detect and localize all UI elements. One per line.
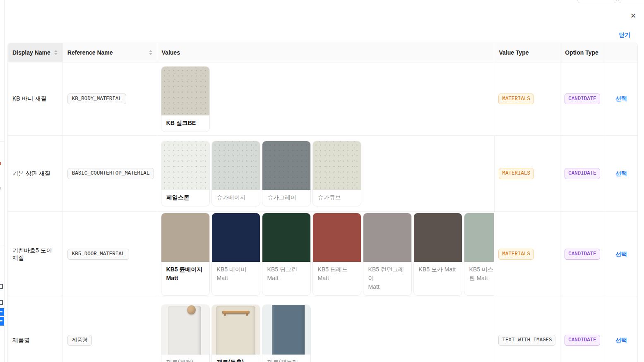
column-label: Option Type [565, 49, 598, 56]
table-row: 기본 상판 재질 BASIC_COUNTERTOP_MATERIAL 페일스톤 … [8, 136, 637, 212]
actions-cell: 선택 [605, 297, 637, 362]
value-type-cell: MATERIALS [495, 136, 561, 212]
select-link[interactable]: 선택 [615, 337, 627, 344]
display-name-cell: KB 바디 재질 [8, 62, 63, 136]
sort-icon[interactable] [54, 50, 58, 55]
material-image [161, 67, 209, 115]
material-label: KB5 딥그린 Matt [262, 262, 310, 287]
option-type-cell: CANDIDATE [560, 136, 605, 212]
column-label: Display Name [12, 49, 50, 56]
bar-handle-icon [222, 311, 250, 314]
value-type-cell: MATERIALS [494, 212, 560, 297]
material-label: KB5 모카 Matt [414, 262, 462, 278]
material-label: 슈가그레이 [262, 190, 310, 206]
material-image [414, 213, 462, 262]
material-swatch[interactable]: KB 실크BE [161, 66, 210, 132]
values-cell: 페일스톤 슈가베이지 슈가그레이 슈가큐브 [157, 136, 495, 212]
partial-toolbar-button[interactable] [618, 0, 644, 3]
option-type-badge: CANDIDATE [565, 168, 600, 179]
material-image [464, 213, 495, 262]
material-image [161, 213, 209, 262]
background-red-mark [0, 162, 1, 165]
value-type-badge: TEXT_WITH_IMAGES [498, 335, 555, 346]
column-header-value-type: Value Type [494, 43, 560, 62]
material-swatch[interactable]: 슈가그레이 [262, 141, 311, 206]
option-type-badge: CANDIDATE [565, 335, 600, 346]
background-row-line [0, 141, 4, 141]
background-blue-button-edge [0, 308, 4, 316]
column-header-values: Values [157, 43, 495, 62]
material-label: KB5 딥레드 Matt [313, 262, 361, 287]
material-swatch[interactable]: KB5 네이비 Matt [211, 213, 260, 296]
product-option-label: 제로(원형) [161, 355, 209, 362]
material-swatch[interactable]: KB5 딥레드 Matt [312, 213, 361, 296]
product-option-card[interactable]: 제로(돌출) [211, 304, 260, 362]
table-row: 제품명 제품명 제로(원형) 제로(돌출) [8, 297, 637, 362]
column-header-reference-name[interactable]: Reference Name [63, 43, 157, 62]
partial-toolbar-button[interactable] [577, 0, 617, 3]
material-image [313, 213, 361, 262]
reference-name-tag: KB5_DOOR_MATERIAL [67, 249, 130, 260]
select-link[interactable]: 선택 [615, 251, 627, 258]
door-bar-handle-image [212, 305, 260, 355]
display-name-cell: 키친바흐5 도어 재질 [8, 212, 63, 297]
column-header-display-name[interactable]: Display Name [8, 43, 63, 62]
material-image [262, 141, 310, 190]
material-image [212, 141, 260, 190]
column-label: Value Type [499, 49, 529, 56]
option-type-cell: CANDIDATE [560, 297, 605, 362]
close-icon[interactable]: ✕ [627, 10, 639, 22]
background-row-line [0, 245, 4, 245]
select-link[interactable]: 선택 [615, 170, 627, 177]
material-label: KB5 네이비 Matt [212, 262, 260, 287]
options-table: Display Name Reference Name Values Value… [7, 43, 638, 362]
material-swatch[interactable]: KB5 모카 Matt [413, 213, 462, 296]
background-tag-edge [0, 284, 3, 289]
values-cell: KB 실크BE [157, 62, 495, 136]
reference-name-tag: BASIC_COUNTERTOP_MATERIAL [67, 168, 154, 179]
value-type-cell: MATERIALS [494, 62, 560, 136]
material-image [161, 141, 209, 190]
background-tag-edge [0, 300, 3, 305]
material-swatch[interactable]: 슈가큐브 [312, 141, 361, 206]
material-swatch[interactable]: KB5 딥그린 Matt [262, 213, 311, 296]
column-header-actions [605, 43, 637, 62]
door-handleless-image [262, 305, 310, 355]
material-swatch[interactable]: KB5 미스 린 Matt [464, 213, 495, 296]
reference-name-cell: BASIC_COUNTERTOP_MATERIAL [63, 136, 157, 212]
product-option-label: 제로(핸들리스) [262, 355, 310, 362]
background-gray-mark [0, 187, 1, 189]
select-link[interactable]: 선택 [615, 95, 627, 103]
actions-cell: 선택 [605, 62, 637, 136]
material-label: 슈가베이지 [212, 190, 260, 206]
values-cell: 제로(원형) 제로(돌출) 제로(핸들리스) [157, 297, 495, 362]
material-swatch[interactable]: KB5 런던그레이 Matt [363, 213, 412, 296]
material-swatch[interactable]: 슈가베이지 [211, 141, 260, 206]
column-header-option-type: Option Type [560, 43, 605, 62]
value-type-badge: MATERIALS [498, 249, 534, 260]
reference-name-cell: KB_BODY_MATERIAL [63, 62, 157, 136]
display-name-cell: 제품명 [8, 297, 63, 362]
material-label: KB5 미스 린 Matt [464, 262, 495, 287]
product-option-card[interactable]: 제로(원형) [161, 304, 210, 362]
material-swatch[interactable]: 페일스톤 [161, 141, 210, 206]
option-type-cell: CANDIDATE [560, 212, 605, 297]
actions-cell: 선택 [605, 212, 637, 297]
material-image [262, 213, 310, 262]
option-type-badge: CANDIDATE [565, 93, 600, 105]
background-blue-button-edge [0, 317, 4, 326]
value-type-badge: MATERIALS [498, 93, 534, 105]
material-image [212, 213, 260, 262]
material-label: 슈가큐브 [313, 190, 361, 206]
close-link[interactable]: 닫기 [619, 31, 630, 39]
material-label: KB5 듄베이지 Matt [161, 262, 209, 287]
reference-name-cell: 제품명 [63, 297, 157, 362]
material-swatch[interactable]: KB5 듄베이지 Matt [161, 213, 210, 296]
product-option-card[interactable]: 제로(핸들리스) [262, 304, 311, 362]
reference-name-tag: KB_BODY_MATERIAL [67, 93, 126, 105]
material-image [363, 213, 411, 262]
background-divider [4, 0, 5, 362]
material-image [313, 141, 361, 190]
material-label: 페일스톤 [161, 190, 209, 206]
sort-icon[interactable] [149, 50, 152, 55]
